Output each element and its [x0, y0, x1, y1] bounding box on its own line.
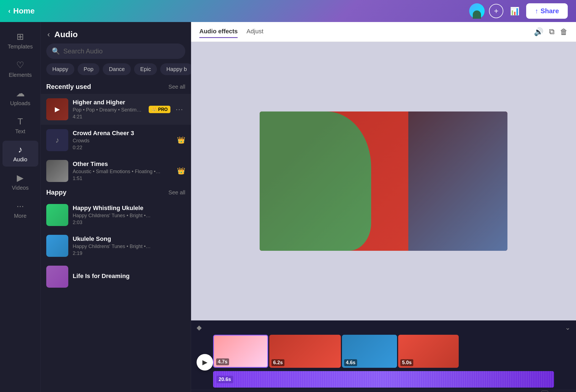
crown-badge-other: 👑 — [177, 167, 185, 175]
filter-happyb[interactable]: Happy b — [160, 63, 191, 75]
time-display: 0:00 / 0:20 — [229, 391, 258, 392]
search-icon: 🔍 — [52, 47, 60, 55]
audio-tags-crowd: Crowds — [73, 138, 173, 144]
audio-panel-title: Audio — [54, 30, 78, 39]
audio-item-happy-whistling[interactable]: Happy Whistling Ukulele Happy Childrens'… — [41, 200, 191, 230]
play-button-timeline[interactable]: ▶ — [197, 354, 213, 371]
clip-3-label: 4.6s — [344, 359, 357, 366]
tab-audio-effects[interactable]: Audio effects — [199, 26, 238, 38]
sidebar-item-videos[interactable]: ▶ Videos — [2, 169, 38, 195]
filter-dance[interactable]: Dance — [103, 63, 131, 75]
sidebar-item-text[interactable]: T Text — [2, 113, 38, 138]
video-frame — [260, 111, 507, 251]
audio-name-ukulele2: Ukulele Song — [73, 235, 185, 243]
home-label: Home — [13, 7, 35, 15]
page-count-icon: 4 — [541, 391, 548, 392]
music-note-icon: ♪ — [55, 136, 59, 145]
tab-adjust[interactable]: Adjust — [246, 26, 263, 38]
audio-thumb-crowd: ♪ — [46, 129, 68, 151]
volume-icon[interactable]: 🔊 — [534, 27, 544, 36]
avatar[interactable] — [469, 3, 485, 19]
sidebar-item-label: Videos — [12, 185, 29, 191]
photo-overlay — [260, 111, 507, 251]
playhead-marker-icon: ◆ — [197, 324, 202, 331]
timeline-controls: ◆ ⌄ — [191, 320, 576, 335]
filter-happy[interactable]: Happy — [46, 63, 74, 75]
sidebar-item-templates[interactable]: ⊞ Templates — [2, 28, 38, 54]
home-arrow-icon: ‹ — [8, 7, 10, 15]
audio-waveform-bar[interactable]: 20.6s — [213, 371, 554, 388]
audio-item-life-dreaming[interactable]: Life Is for Dreaming — [41, 261, 191, 292]
clip-1[interactable]: 4.7s — [213, 335, 268, 368]
timeline-row: ▶ 4.7s 6.2s 4.6s 5.0s — [191, 335, 576, 390]
search-input[interactable] — [63, 47, 180, 55]
audio-item-ukulele-song[interactable]: Ukulele Song Happy Childrens' Tunes • Br… — [41, 230, 191, 261]
audio-thumb-ukulele1 — [46, 204, 68, 226]
clip-4[interactable]: 5.0s — [398, 335, 459, 368]
videos-icon: ▶ — [17, 173, 24, 183]
sidebar-item-elements[interactable]: ♡ Elements — [2, 56, 38, 82]
notes-icon: ≡ — [199, 391, 203, 392]
audio-name-life: Life Is for Dreaming — [73, 273, 185, 280]
waveform-duration-label: 20.6s — [216, 376, 233, 383]
audio-item-right-higher: 👑 PRO ⋯ — [149, 104, 185, 115]
audio-duration-crowd: 0:22 — [73, 145, 173, 151]
filter-epic[interactable]: Epic — [134, 63, 157, 75]
add-button[interactable]: + — [489, 4, 503, 18]
resize-icon[interactable]: ⤢ — [553, 390, 559, 392]
share-upload-icon: ↑ — [535, 7, 538, 15]
audio-duration-higher: 4:21 — [73, 114, 144, 120]
main-layout: ⊞ Templates ♡ Elements ☁ Uploads T Text … — [0, 22, 576, 392]
happy-section-header: Happy See all — [41, 186, 191, 200]
content-toolbar: Audio effects Adjust 🔊 ⧉ 🗑 — [191, 22, 576, 42]
clip-2[interactable]: 6.2s — [269, 335, 341, 368]
clip-3[interactable]: 4.6s — [342, 335, 397, 368]
sidebar-item-more[interactable]: ··· More — [2, 197, 38, 223]
bottom-bar: ≡ Notes 0:00 / 0:20 100% ⊞ 4 ⤢ ? — [191, 390, 576, 392]
sidebar-item-label: Templates — [8, 43, 33, 50]
audio-header: ‹ Audio — [41, 22, 191, 43]
audio-thumb-higher: ▶ — [46, 98, 68, 120]
audio-name-other: Other Times — [73, 160, 173, 168]
more-options-button-higher[interactable]: ⋯ — [173, 104, 185, 115]
audio-tags-ukulele1: Happy Childrens' Tunes • Bright •… — [73, 213, 185, 219]
search-bar: 🔍 — [46, 43, 185, 59]
grid-icon[interactable]: ⊞ — [531, 390, 537, 392]
toolbar-icons: 🔊 ⧉ 🗑 — [534, 27, 568, 36]
filter-pills: Happy Pop Dance Epic Happy b › — [41, 63, 191, 81]
duplicate-icon[interactable]: ⧉ — [549, 27, 555, 36]
timeline-expand-icon[interactable]: ⌄ — [565, 324, 570, 331]
sidebar-item-audio[interactable]: ♪ Audio — [2, 141, 38, 167]
help-icon[interactable]: ? — [563, 390, 568, 392]
audio-item-other-times[interactable]: Other Times Acoustic • Small Emotions • … — [41, 156, 191, 186]
sidebar-item-uploads[interactable]: ☁ Uploads — [2, 84, 38, 110]
audio-item-higher-and-higher[interactable]: ▶ Higher and Higher Pop • Pop • Dreamy •… — [41, 94, 191, 125]
pro-badge: 👑 PRO — [149, 106, 170, 113]
recently-used-see-all[interactable]: See all — [169, 84, 185, 90]
notes-label[interactable]: Notes — [207, 391, 222, 392]
templates-icon: ⊞ — [17, 31, 24, 42]
home-button[interactable]: ‹ Home — [8, 7, 35, 15]
sidebar: ⊞ Templates ♡ Elements ☁ Uploads T Text … — [0, 22, 41, 392]
video-preview — [191, 42, 576, 320]
delete-icon[interactable]: 🗑 — [560, 27, 568, 36]
filter-pop[interactable]: Pop — [78, 63, 100, 75]
clip-1-label: 4.7s — [216, 358, 229, 365]
happy-see-all[interactable]: See all — [169, 189, 185, 196]
share-button[interactable]: ↑ Share — [526, 3, 568, 19]
audio-tags-ukulele2: Happy Childrens' Tunes • Bright •… — [73, 244, 185, 249]
sidebar-item-label: Text — [15, 128, 25, 135]
waveform-pattern — [213, 371, 554, 388]
audio-tags-other: Acoustic • Small Emotions • Floating •… — [73, 169, 173, 175]
audio-name-higher: Higher and Higher — [73, 99, 144, 106]
audio-duration-ukulele1: 2:03 — [73, 220, 185, 225]
audio-thumb-ukulele2 — [46, 235, 68, 257]
timeline-area: ◆ ⌄ ▶ 4.7s 6.2s 4.6s 5.0s — [191, 320, 576, 392]
audio-thumb-other — [46, 160, 68, 182]
audio-item-right-other: 👑 — [177, 167, 185, 175]
audio-info-higher: Higher and Higher Pop • Pop • Dreamy • S… — [73, 99, 144, 120]
audio-back-button[interactable]: ‹ — [47, 30, 50, 39]
analytics-icon[interactable]: 📊 — [508, 4, 522, 18]
audio-item-crowd-arena[interactable]: ♪ Crowd Arena Cheer 3 Crowds 0:22 👑 — [41, 125, 191, 156]
sidebar-item-label: Audio — [13, 156, 27, 163]
